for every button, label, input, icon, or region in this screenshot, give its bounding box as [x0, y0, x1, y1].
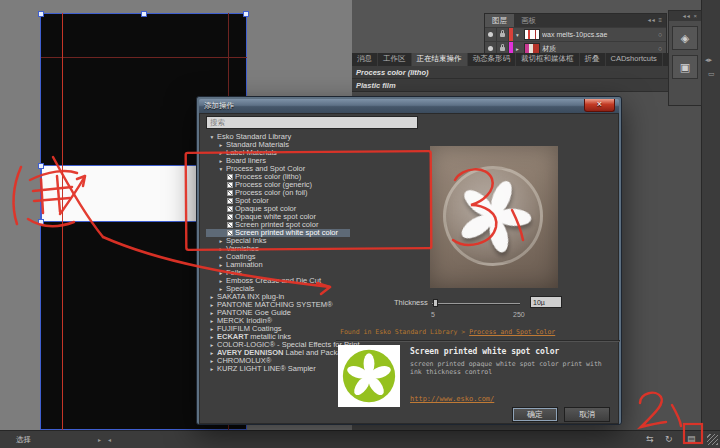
tab-layers[interactable]: 图层: [485, 14, 514, 27]
ink-swatch-icon: [227, 174, 233, 180]
tab-artboards[interactable]: 画板: [514, 14, 543, 27]
current-tool-label: 选择: [16, 435, 31, 445]
layer-target-icon[interactable]: ○: [654, 28, 666, 41]
expander-closed-icon[interactable]: ▸: [209, 293, 215, 301]
operation-entry-label: Plastic film: [356, 81, 396, 90]
breadcrumb-prefix: Found in Esko Standard Library >: [340, 328, 469, 336]
rotate-icon[interactable]: ↻: [665, 434, 673, 444]
operation-description: screen printed opaque white spot color p…: [410, 360, 615, 376]
esko-link[interactable]: http://www.esko.com/: [410, 395, 494, 403]
selection-handle[interactable]: [141, 11, 147, 17]
layer-row[interactable]: ▾ wax melts-10pcs.sae ○: [485, 27, 666, 41]
panel-toggle-icon[interactable]: ◂▸: [705, 56, 712, 64]
expander-open-icon[interactable]: ▾: [209, 133, 215, 141]
expander-closed-icon[interactable]: ▸: [218, 141, 224, 149]
status-bar: 选择 ▸ ◂ ⇆ ↻ ▤ ▣: [0, 430, 720, 448]
search-input[interactable]: [206, 116, 418, 129]
tab-messages[interactable]: 消息: [352, 53, 378, 66]
expander-closed-icon[interactable]: ▸: [209, 333, 215, 341]
expander-closed-icon[interactable]: ▸: [218, 269, 224, 277]
bottom-panel-tabbar: 消息 工作区 正在结束操作 动态条形码 裁切框和媒体框 折叠 CADshortc…: [352, 53, 701, 67]
panel-menu-icon[interactable]: ◂◂ ≡: [648, 14, 666, 27]
expander-closed-icon[interactable]: ▸: [209, 365, 215, 373]
expander-closed-icon[interactable]: ▸: [218, 253, 224, 261]
ink-swatch-icon: [227, 214, 233, 220]
preview-image: [430, 146, 558, 288]
eye-icon: [488, 46, 493, 51]
pathfinder-dock-icon[interactable]: ▣: [672, 55, 698, 79]
ok-button[interactable]: 确定: [512, 407, 558, 422]
operation-entry[interactable]: Process color (litho) *: [352, 66, 701, 79]
scroll-right-icon[interactable]: ▸: [98, 436, 101, 443]
dialog-body: ▾Esko Standard Library▸Standard Material…: [199, 113, 619, 424]
esko-star-icon: [341, 348, 397, 404]
panel-minimize-icon[interactable]: ▭: [708, 70, 715, 78]
expander-closed-icon[interactable]: ▸: [209, 317, 215, 325]
selection-handle[interactable]: [38, 163, 44, 169]
panels-small-icon[interactable]: ▤: [687, 434, 696, 444]
dialog-titlebar[interactable]: 添加操作 ×: [199, 99, 619, 113]
expander-closed-icon[interactable]: ▸: [209, 325, 215, 333]
ink-swatch-icon: [227, 206, 233, 212]
tab-workspace[interactable]: 工作区: [378, 53, 412, 66]
breadcrumb-link[interactable]: Process and Spot Color: [469, 328, 555, 336]
layer-thumbnail: [524, 29, 540, 40]
expander-closed-icon[interactable]: ▸: [209, 341, 215, 349]
eye-icon: [488, 32, 493, 37]
operation-title: Screen printed white spot color: [410, 347, 559, 356]
ink-swatch-icon: [227, 190, 233, 196]
crease-line-horizontal: [41, 57, 247, 58]
tool-dock-panel: ◂◂ × ◈ ▣: [668, 10, 702, 106]
breadcrumb: Found in Esko Standard Library > Process…: [340, 328, 555, 336]
lock-toggle[interactable]: [497, 28, 509, 41]
thickness-min-label: 5: [431, 311, 435, 318]
ink-swatch-icon: [227, 182, 233, 188]
thickness-slider-thumb[interactable]: [433, 299, 438, 307]
lock-icon: [500, 47, 505, 51]
dock-panel-header[interactable]: ◂◂ ×: [669, 11, 701, 21]
expander-closed-icon[interactable]: ▸: [209, 349, 215, 357]
flip-icon[interactable]: ⇆: [646, 434, 654, 444]
add-operation-dialog: 添加操作 × ▾Esko Standard Library▸Standard M…: [196, 96, 622, 425]
expander-closed-icon[interactable]: ▸: [218, 261, 224, 269]
expander-closed-icon[interactable]: ▸: [218, 149, 224, 157]
thickness-value-field[interactable]: [530, 296, 562, 308]
expander-closed-icon[interactable]: ▸: [218, 157, 224, 165]
resize-grip[interactable]: [707, 434, 718, 445]
lock-icon: [500, 33, 505, 37]
thickness-label: Thickness: [394, 298, 428, 307]
layer-expander-icon[interactable]: ▾: [513, 28, 522, 41]
expander-closed-icon[interactable]: ▸: [209, 309, 215, 317]
thickness-slider-track[interactable]: [432, 303, 520, 305]
tab-cadshortcuts[interactable]: CADshortcuts: [606, 53, 663, 66]
tab-dynamic-barcodes[interactable]: 动态条形码: [468, 53, 517, 66]
layer-name[interactable]: 材质: [542, 44, 654, 54]
selection-handle[interactable]: [243, 11, 249, 17]
expander-closed-icon[interactable]: ▸: [209, 357, 215, 365]
operation-entry[interactable]: Plastic film: [352, 79, 701, 92]
expander-closed-icon[interactable]: ▸: [218, 237, 224, 245]
close-icon[interactable]: ×: [584, 99, 615, 112]
navigator-dock-icon[interactable]: ◈: [672, 26, 698, 50]
tab-trim-media-box[interactable]: 裁切框和媒体框: [516, 53, 580, 66]
operation-entry-label: Process color (litho): [356, 68, 429, 77]
layers-panel-tabs: 图层 画板 ◂◂ ≡: [485, 14, 666, 27]
tab-folding[interactable]: 折叠: [580, 53, 606, 66]
expander-closed-icon[interactable]: ▸: [218, 277, 224, 285]
expander-closed-icon[interactable]: ▸: [218, 245, 224, 253]
tree-item-label: KURZ LIGHT LINE® Sampler: [217, 365, 316, 373]
esko-logo: [338, 345, 400, 407]
scroll-left-icon[interactable]: ◂: [108, 436, 111, 443]
ink-swatch-icon: [227, 222, 233, 228]
dialog-title: 添加操作: [204, 101, 234, 110]
layer-name[interactable]: wax melts-10pcs.sae: [542, 31, 654, 38]
tab-finishing-operations[interactable]: 正在结束操作: [412, 53, 468, 66]
thickness-max-label: 250: [513, 311, 525, 318]
selection-handle[interactable]: [38, 219, 44, 225]
application-window: ◂▸ ▭ 图层 画板 ◂◂ ≡ ▾ wax melts-10pcs.sae ○ …: [0, 0, 720, 448]
expander-open-icon[interactable]: ▾: [218, 165, 224, 173]
cancel-button[interactable]: 取消: [564, 407, 610, 422]
selection-handle[interactable]: [38, 11, 44, 17]
visibility-toggle[interactable]: [485, 28, 497, 41]
expander-closed-icon[interactable]: ▸: [209, 301, 215, 309]
